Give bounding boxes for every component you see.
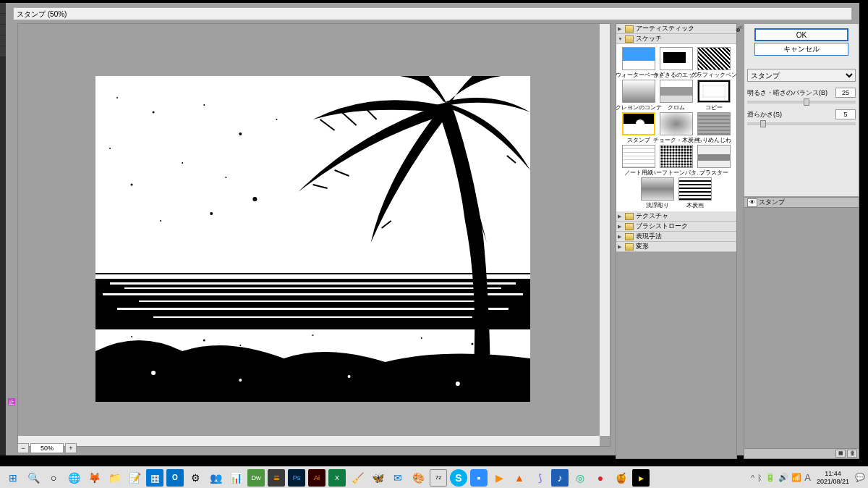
firefox-icon[interactable]: 🦊 xyxy=(85,469,103,487)
paint-icon[interactable]: 🎨 xyxy=(409,469,427,487)
category-brush[interactable]: ▶ ブラシストローク xyxy=(616,222,736,232)
excel-icon[interactable]: X xyxy=(328,469,346,487)
preview-hscroll[interactable] xyxy=(18,436,600,446)
thumb-label: コピー xyxy=(705,104,723,111)
category-sketch[interactable]: ▼ スケッチ xyxy=(616,34,736,44)
svg-point-5 xyxy=(182,162,183,164)
balance-input[interactable] xyxy=(835,88,856,98)
butterfly-icon[interactable]: 🦋 xyxy=(369,469,386,487)
cancel-button[interactable]: キャンセル xyxy=(754,43,848,56)
chrome-icon[interactable]: 🌐 xyxy=(65,469,82,487)
photos-icon[interactable]: ▦ xyxy=(146,469,163,487)
zoom-input[interactable] xyxy=(30,443,64,453)
vlc-icon[interactable]: ▲ xyxy=(511,469,528,487)
layer-row[interactable]: 👁 スタンプ xyxy=(744,198,859,208)
filter-thumb[interactable]: ハーフトーンパタ… xyxy=(658,145,694,176)
preview-canvas[interactable] xyxy=(20,25,600,436)
delete-layer-button[interactable]: 🗑 xyxy=(847,450,857,458)
expand-toggle-icon[interactable]: ⊗ xyxy=(736,27,741,33)
dreamweaver-icon[interactable]: Dw xyxy=(247,469,265,487)
7zip-icon[interactable]: 7z xyxy=(430,469,447,487)
illustrator-icon[interactable]: Ai xyxy=(308,469,326,487)
category-distort[interactable]: ▶ 変形 xyxy=(616,242,736,252)
app-purple-icon[interactable]: ⟆ xyxy=(531,469,548,487)
settings-icon[interactable]: ⚙ xyxy=(187,469,204,487)
record-icon[interactable]: ● xyxy=(592,469,609,487)
category-artistic[interactable]: ▶ アーティスティック xyxy=(616,24,736,34)
smooth-input[interactable] xyxy=(835,109,856,119)
tray-chevron-icon[interactable]: ^ xyxy=(751,474,754,482)
filter-thumb[interactable]: 木炭画 xyxy=(677,177,713,209)
filter-thumb[interactable]: グラフィックペン xyxy=(696,47,732,78)
notification-icon[interactable]: 💬 xyxy=(855,473,865,482)
taskbar: ⊞ 🔍 ○ 🌐 🦊 📁 📝 ▦ O ⚙ 👥 📊 Dw ≡ Ps Ai X 🧹 🦋… xyxy=(0,466,868,488)
filter-thumb[interactable]: きざきるのエッジ xyxy=(658,47,694,78)
filter-thumb[interactable]: チョーク・木炭画 xyxy=(658,112,694,143)
sublime-icon[interactable]: ≡ xyxy=(268,469,285,487)
media-icon[interactable]: ▶ xyxy=(490,469,508,487)
clock[interactable]: 11:44 2021/08/21 xyxy=(814,470,852,486)
filter-thumb[interactable]: 浅浮彫り xyxy=(639,177,676,209)
search-icon[interactable]: 🔍 xyxy=(25,469,42,487)
ok-button[interactable]: OK xyxy=(754,28,848,41)
filter-thumb[interactable]: ウォーターベーパ xyxy=(621,47,657,78)
smooth-slider[interactable] xyxy=(747,122,856,125)
zoom-in-button[interactable]: + xyxy=(65,443,77,453)
thumb-label: チョーク・木炭画 xyxy=(653,136,699,143)
svg-point-3 xyxy=(203,104,205,106)
category-texture[interactable]: ▶ テクスチャ xyxy=(616,211,736,222)
category-express[interactable]: ▶ 表現手法 xyxy=(616,232,736,242)
app-green-icon[interactable]: ◎ xyxy=(571,469,589,487)
category-label: スケッチ xyxy=(636,34,662,43)
filter-thumb[interactable]: クレヨンのコンテ xyxy=(621,80,657,111)
battery-icon[interactable]: 🔋 xyxy=(765,473,775,482)
start-button[interactable]: ⊞ xyxy=(4,469,22,487)
notepad-icon[interactable]: 📝 xyxy=(126,469,143,487)
filter-thumb[interactable]: コピー xyxy=(696,80,732,111)
filter-thumb[interactable]: プラスター xyxy=(696,145,732,176)
explorer-icon[interactable]: 📁 xyxy=(106,469,123,487)
smooth-slider-row: 滑らかさ(S) xyxy=(747,109,856,125)
cortana-icon[interactable]: ○ xyxy=(45,469,62,487)
svg-rect-13 xyxy=(95,273,530,274)
mail-icon[interactable]: ✉ xyxy=(389,469,407,487)
layer-footer: ▦ 🗑 xyxy=(744,448,859,458)
balance-slider[interactable] xyxy=(747,101,856,104)
preview-vscroll[interactable] xyxy=(600,24,610,436)
music-icon[interactable]: ♪ xyxy=(551,469,569,487)
eye-icon[interactable]: 👁 xyxy=(747,198,757,207)
filter-thumb[interactable]: クロム xyxy=(658,80,694,111)
eraser-icon[interactable]: 🧹 xyxy=(349,469,366,487)
slider-thumb[interactable] xyxy=(760,120,766,127)
filter-select[interactable]: スタンプ xyxy=(747,69,856,82)
new-layer-button[interactable]: ▦ xyxy=(835,450,846,458)
zoom-controls: − + xyxy=(17,442,77,454)
ime-indicator[interactable]: 止 xyxy=(8,398,15,405)
skype-icon[interactable]: S xyxy=(450,469,467,487)
wifi-icon[interactable]: 📶 xyxy=(791,473,801,482)
folder-icon xyxy=(625,213,634,220)
filter-thumb[interactable]: ちりめんじわ xyxy=(696,112,732,143)
app-yellow-icon[interactable]: 🍯 xyxy=(612,469,629,487)
ime-a-icon[interactable]: A xyxy=(804,472,811,483)
system-tray: ^ ᛒ 🔋 🔊 📶 A 11:44 2021/08/21 💬 xyxy=(751,470,865,486)
svg-point-9 xyxy=(160,220,161,222)
slider-thumb[interactable] xyxy=(804,98,809,106)
volume-icon[interactable]: 🔊 xyxy=(778,473,788,482)
svg-point-31 xyxy=(456,382,460,386)
svg-point-22 xyxy=(131,336,132,337)
chevron-down-icon: ▼ xyxy=(618,36,625,41)
thumb-image xyxy=(641,177,674,201)
thumb-label: グラフィックペン xyxy=(691,71,737,78)
zoom-icon[interactable]: ▪ xyxy=(470,469,488,487)
terminal-icon[interactable]: ▸ xyxy=(632,469,650,487)
outlook-icon[interactable]: O xyxy=(166,469,184,487)
zoom-out-button[interactable]: − xyxy=(17,443,29,453)
teams-icon[interactable]: 👥 xyxy=(207,469,224,487)
chevron-right-icon: ▶ xyxy=(618,26,625,32)
filter-thumb[interactable]: スタンプ xyxy=(621,112,657,143)
bluetooth-icon[interactable]: ᛒ xyxy=(757,474,762,482)
photoshop-icon[interactable]: Ps xyxy=(288,469,305,487)
taskmgr-icon[interactable]: 📊 xyxy=(227,469,244,487)
effect-layers-panel: 👁 スタンプ ▦ 🗑 xyxy=(744,197,859,459)
